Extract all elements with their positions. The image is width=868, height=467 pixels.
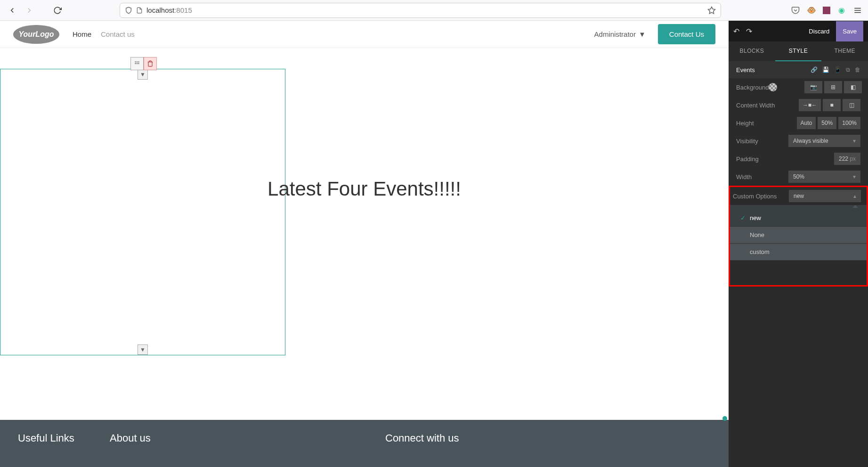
width-narrow-button[interactable]: →■← [799,99,821,111]
height-auto[interactable]: Auto [797,117,816,129]
ext-icon-2[interactable] [823,7,830,14]
editor-sidebar: ↶ ↷ Discard Save BLOCKS STYLE THEME Even… [729,21,868,467]
move-up-handle[interactable]: ▼ [138,69,148,80]
custom-options-select[interactable]: new ▴ [789,190,861,202]
sidebar-tabs: BLOCKS STYLE THEME [729,41,868,61]
visibility-select[interactable]: Always visible ▾ [788,135,860,147]
svg-marker-0 [708,7,715,13]
prop-width: Width 50% ▾ [729,168,868,186]
svg-point-8 [137,63,138,64]
block-heading[interactable]: Latest Four Events!!!!! [0,176,729,202]
copy-icon[interactable]: ⧉ [846,66,850,73]
prop-padding: Padding 222 px [729,150,868,168]
delete-block-button[interactable] [144,57,157,70]
custom-options-highlight: Custom Options new ▴ ✓ new None [729,186,868,287]
padding-input[interactable]: 222 px [834,153,860,165]
selected-block-outline[interactable]: ▼ ▼ [0,69,285,355]
trash-icon[interactable]: 🗑 [855,66,860,73]
prop-content-width: Content Width →■← ■ ◫ [729,96,868,114]
bookmark-icon[interactable] [707,6,716,15]
shield-icon [125,7,132,14]
drag-handle-icon[interactable] [130,57,144,70]
discard-button[interactable]: Discard [802,22,836,41]
width-full-button[interactable]: ◫ [843,99,860,111]
block-toolbar [130,57,157,70]
bg-color-swatch[interactable] [769,83,777,91]
footer-useful-links[interactable]: Useful Links [18,432,110,455]
move-down-handle[interactable]: ▼ [138,344,148,355]
custom-options-dropdown: ✓ new None custom [730,205,867,285]
height-100[interactable]: 100% [838,117,860,129]
save-template-icon[interactable]: 💾 [822,66,829,73]
svg-point-4 [135,61,136,62]
caret-down-icon: ▼ [639,30,646,38]
nav-contact[interactable]: Contact us [101,30,135,38]
ext-icon-3[interactable]: ◉ [837,6,846,15]
site-logo[interactable]: YourLogo [13,25,59,44]
reload-button[interactable] [51,4,64,17]
svg-point-7 [135,63,136,64]
prop-height: Height Auto 50% 100% [729,114,868,132]
bg-video-button[interactable]: ⊞ [824,81,842,93]
tab-style[interactable]: STYLE [775,41,822,61]
save-button[interactable]: Save [836,21,863,41]
undo-button[interactable]: ↶ [733,27,739,36]
svg-point-9 [138,63,139,64]
site-header: YourLogo Home Contact us Administrator ▼… [0,21,729,48]
caret-up-icon: ▴ [853,193,856,199]
contact-us-button[interactable]: Contact Us [658,24,715,44]
sidebar-topbar: ↶ ↷ Discard Save [729,21,868,41]
site-footer: Useful Links About us Connect with us [0,420,729,467]
caret-down-icon: ▾ [853,138,856,144]
check-icon: ✓ [740,214,746,221]
section-title: Events [736,66,755,74]
svg-point-5 [137,61,138,62]
page-canvas[interactable]: YourLogo Home Contact us Administrator ▼… [0,21,729,467]
browser-toolbar: localhost:8015 🐵 ◉ [0,0,868,21]
nav-home[interactable]: Home [73,30,91,38]
redo-button[interactable]: ↷ [746,27,752,36]
section-header: Events 🔗 💾 📱 ⧉ 🗑 [729,61,868,78]
prop-visibility: Visibility Always visible ▾ [729,132,868,150]
caret-down-icon: ▾ [853,173,856,180]
svg-point-6 [138,61,139,62]
prop-background: Background 📷 ⊞ ◧ [729,78,868,96]
site-nav: Home Contact us [73,30,135,38]
page-icon [136,7,143,14]
footer-connect[interactable]: Connect with us [385,432,459,455]
address-bar[interactable]: localhost:8015 [120,3,721,18]
back-button[interactable] [6,4,19,17]
prop-custom-options: Custom Options new ▴ [730,187,867,205]
ext-icon-1[interactable]: 🐵 [807,6,816,15]
tab-theme[interactable]: THEME [821,41,868,61]
width-select[interactable]: 50% ▾ [788,171,860,183]
forward-button[interactable] [23,4,36,17]
footer-about[interactable]: About us [110,432,385,455]
bg-image-button[interactable]: 📷 [804,81,822,93]
url-text: localhost:8015 [146,6,704,14]
option-none[interactable]: None [730,227,867,244]
menu-icon[interactable] [853,6,862,15]
pocket-icon[interactable] [791,6,800,15]
bg-shape-button[interactable]: ◧ [844,81,862,93]
mobile-icon[interactable]: 📱 [834,66,841,73]
option-custom[interactable]: custom [730,244,867,261]
tab-blocks[interactable]: BLOCKS [729,41,775,61]
resize-dot[interactable] [722,416,727,421]
height-50[interactable]: 50% [818,117,836,129]
option-new[interactable]: ✓ new [730,210,867,227]
width-medium-button[interactable]: ■ [823,99,841,111]
admin-dropdown[interactable]: Administrator ▼ [594,30,646,38]
link-icon[interactable]: 🔗 [811,66,818,73]
